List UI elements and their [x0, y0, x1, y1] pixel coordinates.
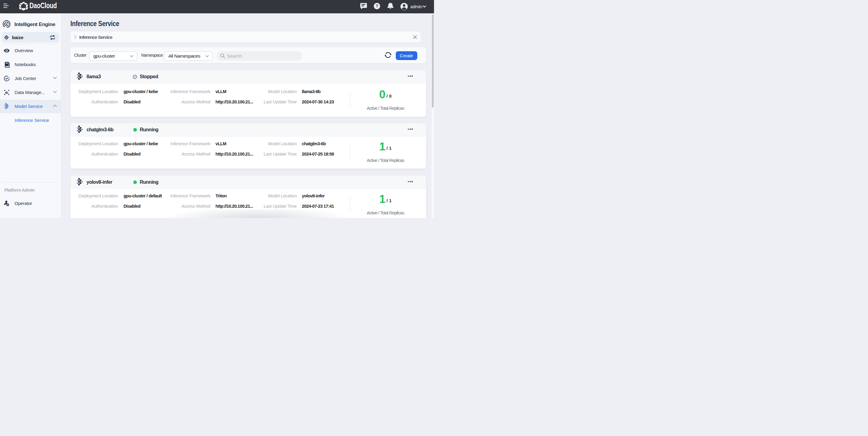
svg-text:?: ? [376, 4, 378, 8]
